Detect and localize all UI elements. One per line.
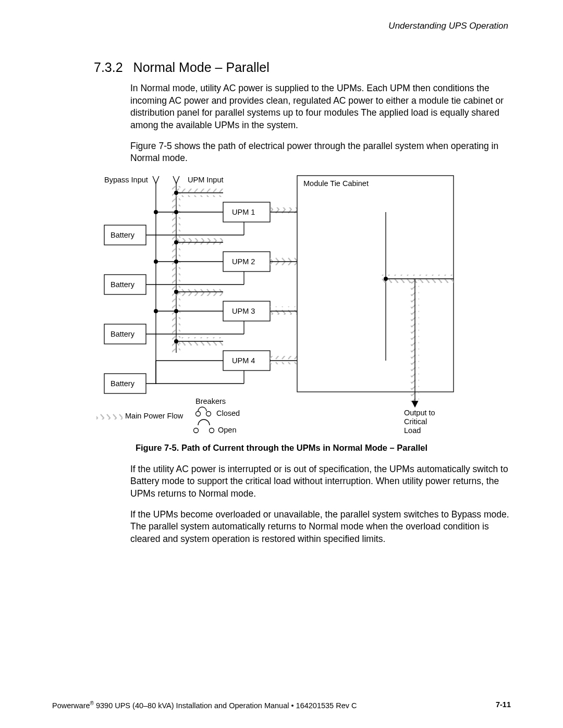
label-breakers: Breakers: [195, 397, 226, 405]
footer-left: Powerware® 9390 UPS (40–80 kVA) Installa…: [52, 700, 357, 710]
para-4: If the UPMs become overloaded or unavail…: [130, 509, 511, 546]
svg-point-70: [194, 428, 199, 433]
svg-point-38: [174, 309, 178, 313]
section-title: Normal Mode – Parallel: [133, 60, 270, 75]
label-main-power-flow: Main Power Flow: [125, 412, 183, 420]
box-battery-4: Battery: [111, 379, 135, 388]
page-number: 7-11: [496, 700, 511, 710]
svg-point-69: [206, 411, 211, 416]
box-battery-2: Battery: [111, 280, 135, 289]
svg-point-7: [154, 210, 158, 214]
footer-doc-id: 9390 UPS (40–80 kVA) Installation and Op…: [94, 701, 357, 710]
svg-point-65: [384, 277, 388, 281]
svg-point-68: [196, 411, 201, 416]
para-2: Figure 7-5 shows the path of electrical …: [130, 140, 511, 165]
box-upm3: UPM 3: [232, 307, 255, 315]
figure-caption: Figure 7-5. Path of Current through the …: [52, 443, 511, 453]
box-upm1: UPM 1: [232, 208, 255, 216]
box-battery-3: Battery: [111, 330, 135, 338]
para-3: If the utility AC power is interrupted o…: [130, 463, 511, 500]
running-head: Understanding UPS Operation: [52, 21, 508, 31]
page-footer: Powerware® 9390 UPS (40–80 kVA) Installa…: [52, 700, 511, 710]
footer-product: Powerware: [52, 701, 90, 710]
box-battery-1: Battery: [111, 231, 135, 239]
label-output-1: Output to: [404, 409, 435, 417]
label-output-2: Critical: [404, 417, 427, 426]
svg-point-35: [174, 290, 178, 294]
svg-rect-61: [297, 176, 454, 392]
svg-point-50: [174, 339, 178, 343]
label-open: Open: [218, 426, 236, 434]
svg-rect-72: [96, 412, 123, 419]
para-1: In Normal mode, utility AC power is supp…: [130, 82, 511, 132]
label-output-3: Load: [404, 426, 421, 435]
box-upm2: UPM 2: [232, 257, 255, 266]
label-module-tie: Module Tie Cabinet: [303, 179, 369, 188]
svg-point-8: [174, 210, 178, 214]
svg-point-71: [210, 428, 214, 433]
figure-7-5-diagram: Bypass Input UPM Input UPM 1 Battery: [94, 173, 506, 439]
registered-icon: ®: [90, 700, 94, 706]
svg-point-22: [154, 260, 158, 264]
svg-point-5: [174, 191, 178, 195]
label-closed: Closed: [216, 409, 240, 417]
section-number: 7.3.2: [94, 60, 123, 75]
svg-point-20: [174, 240, 178, 244]
svg-point-23: [174, 260, 178, 264]
box-upm4: UPM 4: [232, 356, 255, 365]
svg-point-37: [154, 309, 158, 313]
label-upm-input: UPM Input: [188, 176, 224, 184]
label-bypass-input: Bypass Input: [104, 176, 148, 184]
section-heading: 7.3.2Normal Mode – Parallel: [94, 60, 511, 75]
